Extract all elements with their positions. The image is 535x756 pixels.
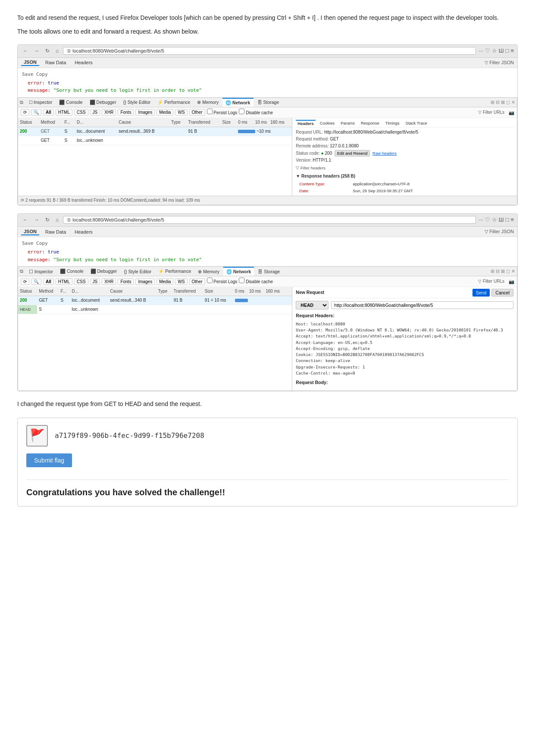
transferred-cell: 91 B: [187, 127, 221, 136]
home-button-2[interactable]: ⌂: [54, 216, 60, 224]
xhr-filter-btn-2[interactable]: XHR: [102, 278, 116, 285]
prose-paragraph3: I changed the request type from GET to H…: [17, 399, 518, 409]
tab-network-2[interactable]: 🌐 Network: [223, 267, 254, 276]
subtab-stacktrace[interactable]: Stack Trace: [404, 120, 429, 126]
tab-memory[interactable]: ⊕ Memory: [194, 98, 222, 106]
subtab-headers[interactable]: Headers: [296, 120, 316, 126]
tab-style-editor[interactable]: {} Style Editor: [120, 98, 154, 106]
edit-resend-button[interactable]: Edit and Resend: [335, 150, 370, 156]
html-filter-btn[interactable]: HTML: [56, 109, 72, 116]
ws-filter-btn[interactable]: WS: [175, 109, 187, 116]
tab-console[interactable]: ⬛ Console: [56, 98, 85, 106]
tab-inspector-2[interactable]: ☐ Inspector: [26, 268, 56, 275]
html-filter-btn-2[interactable]: HTML: [56, 278, 72, 285]
request-headers-content: Host: localhost:8080 User-Agent: Mozilla…: [296, 321, 513, 376]
tab-performance-2[interactable]: ⚡ Performance: [155, 267, 194, 275]
heart-icon-2: ♡: [485, 216, 490, 225]
media-filter-btn-2[interactable]: Media: [156, 278, 173, 285]
submit-flag-button[interactable]: Submit flag: [26, 453, 72, 467]
cancel-request-button[interactable]: Cancel: [491, 289, 513, 297]
forward-button[interactable]: →: [32, 47, 41, 55]
subtab-timings[interactable]: Timings: [384, 120, 401, 126]
request-method-select[interactable]: HEAD GET POST PUT DELETE: [296, 301, 329, 309]
response-headers-section[interactable]: ▼ Response headers (258 B): [296, 173, 513, 180]
tab-console-2[interactable]: ⬛ Console: [57, 267, 86, 275]
images-filter-btn-2[interactable]: Images: [135, 278, 155, 285]
xhr-filter-btn[interactable]: XHR: [102, 109, 116, 116]
js-filter-btn-2[interactable]: JS: [90, 278, 100, 285]
col-method: Method: [39, 118, 63, 127]
disable-cache-checkbox[interactable]: [239, 109, 244, 114]
refresh-button[interactable]: ↻: [44, 47, 51, 55]
all-filter-btn-2[interactable]: All: [43, 278, 54, 285]
timeline-cell-2: [236, 136, 292, 145]
clear-network-btn-2[interactable]: ⟳: [21, 278, 29, 285]
tab-debugger[interactable]: ⬛ Debugger: [87, 98, 119, 106]
ws-filter-btn-2[interactable]: WS: [175, 278, 187, 285]
flag-header: 🚩 a7179f89-906b-4fec-9d99-f15b796e7208: [26, 425, 509, 447]
tab-style-editor-2[interactable]: {} Style Editor: [121, 268, 155, 275]
tab-performance[interactable]: ⚡ Performance: [154, 98, 193, 106]
back-button-2[interactable]: ←: [21, 216, 30, 224]
images-filter-btn[interactable]: Images: [135, 109, 155, 116]
timeline-r2: [233, 296, 292, 305]
fonts-filter-btn[interactable]: Fonts: [118, 109, 134, 116]
send-request-button[interactable]: Send: [472, 289, 490, 297]
table-row[interactable]: 200 GET S loc...document send.result...3…: [18, 296, 292, 305]
request-url-row: Request URL: http://localhost:8080/WebGo…: [296, 129, 513, 135]
table-row[interactable]: 200 GET S loc...document send.result...3…: [18, 127, 292, 136]
tab-storage-2[interactable]: 🗄 Storage: [255, 268, 283, 275]
json-message-row: message: "Sorry but you need to login fi…: [22, 87, 513, 94]
home-button[interactable]: ⌂: [54, 47, 60, 55]
tab-json-1[interactable]: JSON: [21, 59, 39, 66]
tab-inspector[interactable]: ☐Inspector: [26, 98, 55, 106]
media-filter-btn[interactable]: Media: [156, 109, 173, 116]
filter-btn-2[interactable]: 🔍: [31, 278, 41, 285]
tab-debugger-2[interactable]: ⬛ Debugger: [88, 267, 120, 275]
tab-rawdata-2[interactable]: Raw Data: [43, 229, 69, 235]
status-cell-2: [18, 136, 39, 145]
other-filter-btn[interactable]: Other: [189, 109, 205, 116]
congratulations-text: Congratulations you have solved the chal…: [26, 479, 509, 499]
subtab-cookies[interactable]: Cookies: [318, 120, 336, 126]
js-filter-btn[interactable]: JS: [90, 109, 100, 116]
star-icon: ☆: [492, 47, 497, 56]
screenshot-icon[interactable]: 📷: [509, 109, 514, 116]
tab-memory-2[interactable]: ⊕ Memory: [195, 268, 222, 275]
raw-headers-button[interactable]: Raw headers: [372, 151, 397, 156]
url-bar-1[interactable]: [63, 47, 476, 55]
url-bar-2[interactable]: [63, 216, 476, 224]
back-button[interactable]: ←: [21, 47, 30, 55]
persist-logs-checkbox[interactable]: [207, 109, 213, 114]
devtools-body-2: Status Method F... D... Cause Type Trans…: [18, 287, 517, 390]
subtab-params[interactable]: Params: [339, 120, 357, 126]
all-filter-btn[interactable]: All: [43, 109, 54, 116]
filter-btn[interactable]: 🔍: [31, 109, 41, 116]
table-row[interactable]: GET S loc...unknown: [18, 136, 292, 145]
forward-button-2[interactable]: →: [32, 216, 41, 224]
screenshot-icon-2[interactable]: 📷: [509, 278, 514, 285]
tab-network[interactable]: 🌐 Network: [222, 98, 253, 107]
tab-storage[interactable]: 🗄 Storage: [254, 98, 282, 106]
disable-cache-checkbox-2[interactable]: [239, 278, 244, 283]
persist-logs-checkbox-2[interactable]: [207, 278, 213, 283]
fonts-filter-btn-2[interactable]: Fonts: [118, 278, 134, 285]
tab-headers-2[interactable]: Headers: [72, 229, 95, 235]
new-request-url-input[interactable]: [331, 301, 513, 309]
css-filter-btn-2[interactable]: CSS: [74, 278, 88, 285]
col-timeline-2: 0 ms 10 ms 160 ms: [233, 287, 292, 296]
file-s-cell: S: [59, 296, 70, 305]
subtab-response[interactable]: Response: [359, 120, 381, 126]
css-filter-btn[interactable]: CSS: [74, 109, 88, 116]
table-row[interactable]: HEAD S loc...unknown: [18, 305, 292, 314]
devtools-toggle-icon-2: ⧉: [20, 268, 23, 275]
other-filter-btn-2[interactable]: Other: [189, 278, 205, 285]
domain-cell-2: loc...unknown: [75, 136, 117, 145]
type-cell-r2: [156, 296, 172, 305]
col-method-2: Method: [37, 287, 59, 296]
tab-json-2[interactable]: JSON: [21, 228, 39, 235]
tab-rawdata-1[interactable]: Raw Data: [43, 59, 69, 66]
refresh-button-2[interactable]: ↻: [44, 216, 51, 224]
clear-network-btn[interactable]: ⟳: [21, 109, 29, 116]
tab-headers-1[interactable]: Headers: [72, 59, 95, 66]
